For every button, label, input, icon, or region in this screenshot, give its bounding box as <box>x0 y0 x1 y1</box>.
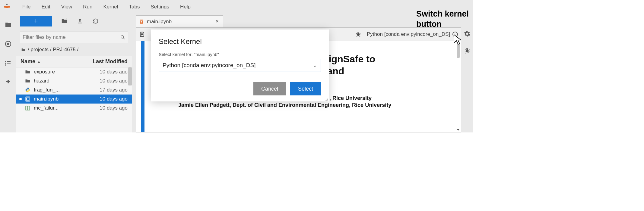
svg-rect-20 <box>141 20 143 23</box>
running-indicator <box>19 80 22 82</box>
filebrowser-columns: Name ▲ Last Modified <box>16 56 132 67</box>
activity-rail <box>0 14 16 132</box>
folder-icon <box>25 69 31 75</box>
file-modified: 10 days ago <box>100 69 128 75</box>
filter-input[interactable] <box>23 34 120 40</box>
svg-point-3 <box>5 61 6 62</box>
menu-edit[interactable]: Edit <box>36 3 56 11</box>
debugger-icon[interactable] <box>464 47 471 54</box>
file-name: exposure <box>34 69 97 75</box>
svg-rect-22 <box>141 34 143 36</box>
tab-label: main.ipynb <box>147 19 212 25</box>
file-modified: 10 days ago <box>100 105 128 111</box>
running-terminals-icon[interactable] <box>5 40 12 48</box>
notebook-file-icon <box>25 96 31 102</box>
kernel-select-value: Python [conda env:pyincore_on_DS] <box>163 62 313 69</box>
menu-run[interactable]: Run <box>78 3 98 11</box>
running-indicator <box>19 71 22 73</box>
running-indicator <box>19 89 22 91</box>
select-button[interactable]: Select <box>290 82 321 95</box>
kernel-status-icon[interactable] <box>452 32 458 37</box>
file-name: hazard <box>34 78 97 84</box>
kernel-select[interactable]: Python [conda env:pyincore_on_DS] <box>159 59 321 72</box>
menu-view[interactable]: View <box>56 3 78 11</box>
tab-main-ipynb[interactable]: main.ipynb × <box>136 15 223 27</box>
filebrowser-filter <box>20 32 128 43</box>
svg-point-23 <box>357 33 360 36</box>
filebrowser-panel: + / projects / PRJ-4675 / <box>16 14 132 132</box>
svg-point-13 <box>28 92 29 92</box>
file-list: exposure 10 days ago hazard 10 days ago … <box>16 67 132 132</box>
resize-handle-icon <box>324 97 328 101</box>
svg-point-10 <box>121 36 124 38</box>
dialog-buttons: Cancel Select <box>159 82 321 95</box>
file-name: main.ipynb <box>34 96 97 102</box>
svg-point-7 <box>5 65 6 65</box>
upload-icon[interactable] <box>77 18 83 24</box>
kernel-name-label[interactable]: Python [conda env:pyincore_on_DS] <box>367 31 450 37</box>
svg-line-27 <box>327 100 328 101</box>
svg-rect-9 <box>78 23 82 23</box>
svg-point-5 <box>5 63 6 64</box>
save-icon[interactable] <box>139 31 145 37</box>
menubar: File Edit View Run Kernel Tabs Settings … <box>0 0 473 14</box>
list-item[interactable]: main.ipynb 10 days ago <box>16 95 132 104</box>
column-name[interactable]: Name ▲ <box>21 58 93 65</box>
search-icon <box>120 35 125 40</box>
breadcrumb-path: / projects / PRJ-4675 / <box>28 47 78 53</box>
sort-ascending-icon: ▲ <box>37 60 41 64</box>
svg-rect-21 <box>141 32 143 33</box>
folder-icon <box>25 78 31 84</box>
new-launcher-button[interactable]: + <box>20 16 52 26</box>
scroll-down-icon[interactable] <box>457 127 460 130</box>
running-indicator <box>19 98 22 100</box>
file-name: frag_fun_... <box>34 87 97 93</box>
list-item[interactable]: mc_failur... 10 days ago <box>16 104 132 113</box>
svg-rect-15 <box>27 98 29 100</box>
app-window: File Edit View Run Kernel Tabs Settings … <box>0 0 473 132</box>
column-name-label: Name <box>21 58 35 65</box>
running-indicator <box>19 107 22 109</box>
new-folder-icon[interactable] <box>61 18 68 24</box>
close-icon[interactable]: × <box>215 18 219 25</box>
extensions-icon[interactable] <box>5 79 12 86</box>
menu-help[interactable]: Help <box>175 3 196 11</box>
bug-icon[interactable] <box>355 31 361 37</box>
svg-line-25 <box>325 98 328 101</box>
cancel-button[interactable]: Cancel <box>253 82 286 95</box>
notebook-file-icon <box>139 19 144 24</box>
select-kernel-dialog: Select Kernel Select kernel for: "main.i… <box>151 29 329 101</box>
file-name: mc_failur... <box>34 105 97 111</box>
filebrowser-toolbar: + <box>16 14 132 29</box>
list-item[interactable]: exposure 10 days ago <box>16 67 132 76</box>
menu-kernel[interactable]: Kernel <box>98 3 123 11</box>
dialog-prompt: Select kernel for: "main.ipynb" <box>159 52 321 57</box>
tabstrip: main.ipynb × <box>132 14 461 27</box>
svg-line-26 <box>326 99 328 101</box>
menu-file[interactable]: File <box>17 3 36 11</box>
list-item[interactable]: hazard 10 days ago <box>16 76 132 85</box>
column-last-modified[interactable]: Last Modified <box>93 58 128 65</box>
svg-point-12 <box>27 88 27 89</box>
folder-icon[interactable] <box>5 21 12 28</box>
dialog-title: Select Kernel <box>159 37 321 46</box>
breadcrumb[interactable]: / projects / PRJ-4675 / <box>16 45 132 56</box>
svg-rect-2 <box>7 43 9 45</box>
scrollbar-thumb[interactable] <box>457 43 460 58</box>
menu-tabs[interactable]: Tabs <box>124 3 145 11</box>
list-item[interactable]: frag_fun_... 17 days ago <box>16 85 132 95</box>
svg-point-24 <box>466 49 468 52</box>
property-inspector-icon[interactable] <box>464 30 471 37</box>
author-line-2: Jamie Ellen Padgett, Dept. of Civil and … <box>148 102 461 108</box>
toc-icon[interactable] <box>5 60 12 67</box>
python-file-icon <box>25 87 31 93</box>
menu-settings[interactable]: Settings <box>145 3 175 11</box>
cell-selection-stripe <box>141 41 144 132</box>
scrollbar-thumb[interactable] <box>128 67 132 85</box>
file-modified: 10 days ago <box>100 96 128 102</box>
chevron-down-icon <box>313 63 317 67</box>
svg-line-11 <box>123 38 125 39</box>
spreadsheet-file-icon <box>25 105 31 111</box>
filebrowser-filter-row <box>16 29 132 45</box>
refresh-icon[interactable] <box>92 18 99 24</box>
